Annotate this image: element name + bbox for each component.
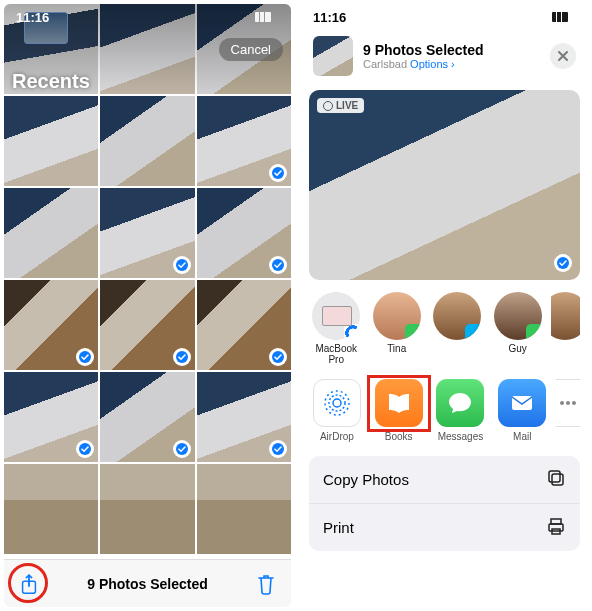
airdrop-contacts-row[interactable]: MacBook ProTinaGuy (309, 288, 580, 367)
selected-check-icon (76, 440, 94, 458)
action-label: Print (323, 519, 354, 536)
app-label: Books (385, 431, 413, 442)
photo-preview[interactable]: LIVE (309, 90, 580, 280)
selected-check-icon (269, 348, 287, 366)
photo-thumbnail[interactable] (4, 280, 98, 370)
share-app-airdrop[interactable]: AirDrop (309, 379, 365, 442)
contact-item[interactable] (551, 292, 580, 365)
status-time: 11:16 (16, 10, 49, 25)
trash-icon[interactable] (255, 573, 277, 595)
photo-thumbnail[interactable] (100, 372, 194, 462)
photo-thumbnail[interactable] (197, 188, 291, 278)
cancel-button[interactable]: Cancel (219, 38, 283, 61)
share-actions-list: Copy PhotosPrint (309, 456, 580, 551)
status-bar: 11:16 (301, 4, 588, 30)
selected-check-icon (76, 348, 94, 366)
album-title: Recents (12, 70, 90, 93)
photo-thumbnail[interactable] (197, 372, 291, 462)
avatar (373, 292, 421, 340)
status-icons (255, 12, 279, 22)
avatar (551, 292, 580, 340)
selected-check-icon (173, 256, 191, 274)
highlight-ring-share (8, 563, 48, 603)
photo-thumbnail[interactable] (197, 280, 291, 370)
app-label: AirDrop (320, 431, 354, 442)
svg-point-23 (572, 401, 576, 405)
selected-check-icon (554, 254, 572, 272)
avatar (494, 292, 542, 340)
action-copy[interactable]: Copy Photos (309, 456, 580, 504)
bottom-toolbar: 9 Photos Selected (4, 559, 291, 607)
contact-item[interactable]: MacBook Pro (309, 292, 363, 365)
selected-check-icon (269, 256, 287, 274)
action-print[interactable]: Print (309, 504, 580, 551)
selected-check-icon (269, 440, 287, 458)
action-label: Copy Photos (323, 471, 409, 488)
svg-rect-20 (512, 396, 532, 410)
live-icon (323, 101, 333, 111)
share-app-mail[interactable]: Mail (494, 379, 550, 442)
mail-icon (498, 379, 546, 427)
cellular-icon (255, 12, 271, 22)
status-bar: 11:16 (4, 4, 291, 30)
status-icons (552, 12, 576, 22)
svg-point-22 (566, 401, 570, 405)
app-badge-icon (405, 324, 421, 340)
photo-thumbnail[interactable] (4, 188, 98, 278)
app-label: Mail (513, 431, 531, 442)
share-title: 9 Photos Selected (363, 42, 484, 58)
contact-item[interactable] (430, 292, 484, 365)
share-subtitle: Carlsbad Options › (363, 58, 484, 70)
status-time: 11:16 (313, 10, 346, 25)
selected-check-icon (173, 348, 191, 366)
photo-thumbnail[interactable] (197, 464, 291, 554)
share-sheet-header: 9 Photos Selected Carlsbad Options › (309, 30, 580, 82)
avatar (433, 292, 481, 340)
svg-point-21 (560, 401, 564, 405)
photo-thumbnail[interactable] (100, 188, 194, 278)
photo-thumbnail[interactable] (100, 464, 194, 554)
photo-thumbnail[interactable] (197, 96, 291, 186)
photo-thumbnail[interactable] (100, 96, 194, 186)
selected-check-icon (173, 440, 191, 458)
app-badge-icon (526, 324, 542, 340)
options-link[interactable]: Options › (410, 58, 455, 70)
share-app-messages[interactable]: Messages (433, 379, 489, 442)
app-badge-icon (465, 324, 481, 340)
svg-rect-24 (552, 474, 563, 485)
svg-rect-25 (549, 471, 560, 482)
highlight-box-books (367, 375, 431, 432)
messages-icon (436, 379, 484, 427)
selection-count-label: 9 Photos Selected (87, 576, 208, 592)
photo-thumbnail[interactable] (4, 464, 98, 554)
svg-point-17 (333, 399, 341, 407)
copy-icon (546, 468, 566, 491)
svg-point-18 (329, 395, 345, 411)
photo-thumbnail[interactable] (4, 96, 98, 186)
selected-check-icon (269, 164, 287, 182)
print-icon (546, 516, 566, 539)
contact-label: Tina (387, 343, 406, 354)
close-icon[interactable] (550, 43, 576, 69)
contact-label: Guy (508, 343, 526, 354)
cellular-icon (552, 12, 568, 22)
live-badge: LIVE (317, 98, 364, 113)
contact-label: MacBook Pro (309, 343, 363, 365)
airdrop-icon (313, 379, 361, 427)
contact-item[interactable]: Tina (369, 292, 423, 365)
photos-grid-screen: 11:16 Cancel Recents 9 Photos Selected (4, 4, 291, 607)
share-sheet-screen: 11:16 9 Photos Selected Carlsbad Options… (301, 4, 588, 607)
contact-item[interactable]: Guy (490, 292, 544, 365)
photo-thumbnail[interactable] (4, 372, 98, 462)
share-app-more[interactable] (556, 379, 580, 442)
app-label: Messages (438, 431, 484, 442)
header-thumbnail (313, 36, 353, 76)
svg-rect-27 (549, 524, 563, 531)
photo-thumbnail[interactable] (100, 280, 194, 370)
app-badge-icon (344, 324, 360, 340)
avatar (312, 292, 360, 340)
share-app-books[interactable]: Books (371, 379, 427, 442)
share-apps-row[interactable]: AirDropBooksMessagesMail (309, 375, 580, 444)
more-icon (556, 379, 580, 427)
